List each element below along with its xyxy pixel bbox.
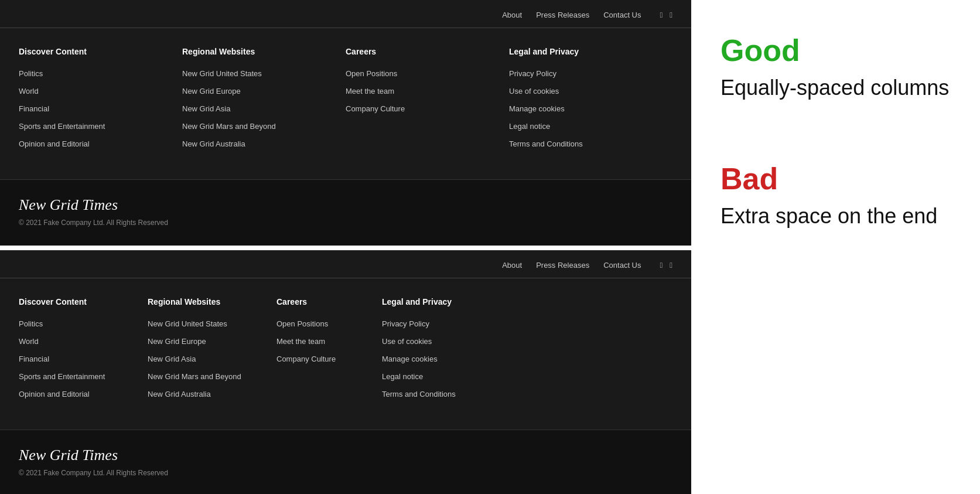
spacer (0, 246, 691, 250)
list-item[interactable]: New Grid United States (148, 318, 276, 329)
list-item[interactable]: Open Positions (346, 68, 509, 79)
good-footer-block: About Press Releases Contact Us   Disc… (0, 0, 691, 246)
good-regional-list: New Grid United States New Grid Europe N… (182, 68, 346, 149)
list-item[interactable]: Sports and Entertainment (19, 371, 148, 381)
list-item[interactable]: Use of cookies (509, 86, 672, 96)
list-item[interactable]: New Grid United States (182, 68, 346, 79)
good-careers-header: Careers (346, 47, 509, 56)
list-item[interactable]: Politics (19, 318, 148, 329)
bad-regional-col: Regional Websites New Grid United States… (148, 297, 276, 406)
list-item[interactable]: Financial (19, 103, 182, 114)
list-item[interactable]: New Grid Europe (148, 336, 276, 346)
list-item[interactable]: Terms and Conditions (382, 389, 672, 399)
good-nav-about[interactable]: About (502, 11, 522, 19)
twitter-icon[interactable]:  (670, 11, 672, 19)
bad-footer-copyright: © 2021 Fake Company Ltd. All Rights Rese… (19, 469, 672, 477)
bad-description: Extra space on the end (721, 203, 951, 229)
list-item[interactable]: Manage cookies (509, 103, 672, 114)
list-item[interactable]: Opinion and Editorial (19, 138, 182, 149)
bad-legal-list: Privacy Policy Use of cookies Manage coo… (382, 318, 672, 399)
bad-discover-col: Discover Content Politics World Financia… (19, 297, 148, 406)
list-item[interactable]: New Grid Mars and Beyond (182, 121, 346, 131)
good-footer-columns: Discover Content Politics World Financia… (0, 28, 691, 179)
good-discover-col: Discover Content Politics World Financia… (19, 47, 182, 156)
good-footer-logo: New Grid Times (19, 196, 672, 214)
bad-footer-block: About Press Releases Contact Us   Disc… (0, 250, 691, 494)
facebook-icon[interactable]:  (660, 11, 663, 19)
list-item[interactable]: Legal notice (509, 121, 672, 131)
good-top-nav: About Press Releases Contact Us   (0, 0, 691, 28)
bad-legal-header: Legal and Privacy (382, 297, 672, 306)
good-social-icons:   (660, 11, 673, 19)
list-item[interactable]: New Grid Mars and Beyond (148, 371, 276, 381)
list-item[interactable]: Meet the team (276, 336, 382, 346)
list-item[interactable]: New Grid Australia (148, 389, 276, 399)
bad-legal-col: Legal and Privacy Privacy Policy Use of … (382, 297, 672, 406)
bad-careers-header: Careers (276, 297, 382, 306)
twitter-icon-bad[interactable]:  (670, 261, 672, 270)
bad-footer-logo: New Grid Times (19, 447, 672, 464)
bad-nav-contact[interactable]: Contact Us (603, 261, 641, 270)
bad-discover-list: Politics World Financial Sports and Ente… (19, 318, 148, 399)
bad-nav-about[interactable]: About (502, 261, 522, 270)
list-item[interactable]: Terms and Conditions (509, 138, 672, 149)
list-item[interactable]: Politics (19, 68, 182, 79)
bad-discover-header: Discover Content (19, 297, 148, 306)
list-item[interactable]: Use of cookies (382, 336, 672, 346)
list-item[interactable]: Financial (19, 353, 148, 364)
list-item[interactable]: Opinion and Editorial (19, 389, 148, 399)
good-legal-col: Legal and Privacy Privacy Policy Use of … (509, 47, 672, 156)
bad-annotation: Bad Extra space on the end (721, 163, 951, 229)
good-label: Good (721, 35, 951, 66)
list-item[interactable]: Open Positions (276, 318, 382, 329)
good-legal-list: Privacy Policy Use of cookies Manage coo… (509, 68, 672, 149)
good-nav-contact[interactable]: Contact Us (603, 11, 641, 19)
list-item[interactable]: Company Culture (346, 103, 509, 114)
list-item[interactable]: Company Culture (276, 353, 382, 364)
list-item[interactable]: Sports and Entertainment (19, 121, 182, 131)
good-annotation: Good Equally-spaced columns (721, 23, 951, 128)
bad-nav-press[interactable]: Press Releases (536, 261, 589, 270)
good-regional-header: Regional Websites (182, 47, 346, 56)
list-item[interactable]: World (19, 86, 182, 96)
good-nav-press[interactable]: Press Releases (536, 11, 589, 19)
list-item[interactable]: New Grid Europe (182, 86, 346, 96)
good-legal-header: Legal and Privacy (509, 47, 672, 56)
bad-footer-bottom: New Grid Times © 2021 Fake Company Ltd. … (0, 430, 691, 494)
list-item[interactable]: Privacy Policy (509, 68, 672, 79)
good-careers-list: Open Positions Meet the team Company Cul… (346, 68, 509, 114)
bad-footer-columns: Discover Content Politics World Financia… (0, 278, 691, 430)
list-item[interactable]: Privacy Policy (382, 318, 672, 329)
list-item[interactable]: Meet the team (346, 86, 509, 96)
good-careers-col: Careers Open Positions Meet the team Com… (346, 47, 509, 156)
good-description: Equally-spaced columns (721, 75, 951, 100)
bad-regional-header: Regional Websites (148, 297, 276, 306)
bad-label: Bad (721, 163, 951, 194)
bad-careers-list: Open Positions Meet the team Company Cul… (276, 318, 382, 364)
bad-careers-col: Careers Open Positions Meet the team Com… (276, 297, 382, 406)
bad-social-icons:   (660, 261, 673, 270)
right-panel: Good Equally-spaced columns Bad Extra sp… (691, 0, 980, 494)
list-item[interactable]: Manage cookies (382, 353, 672, 364)
list-item[interactable]: World (19, 336, 148, 346)
good-footer-copyright: © 2021 Fake Company Ltd. All Rights Rese… (19, 219, 672, 227)
list-item[interactable]: New Grid Australia (182, 138, 346, 149)
list-item[interactable]: New Grid Asia (182, 103, 346, 114)
bad-regional-list: New Grid United States New Grid Europe N… (148, 318, 276, 399)
good-discover-list: Politics World Financial Sports and Ente… (19, 68, 182, 149)
list-item[interactable]: Legal notice (382, 371, 672, 381)
list-item[interactable]: New Grid Asia (148, 353, 276, 364)
good-regional-col: Regional Websites New Grid United States… (182, 47, 346, 156)
good-discover-header: Discover Content (19, 47, 182, 56)
facebook-icon-bad[interactable]:  (660, 261, 663, 270)
bad-top-nav: About Press Releases Contact Us   (0, 250, 691, 278)
good-footer-bottom: New Grid Times © 2021 Fake Company Ltd. … (0, 179, 691, 246)
left-panel: About Press Releases Contact Us   Disc… (0, 0, 691, 494)
